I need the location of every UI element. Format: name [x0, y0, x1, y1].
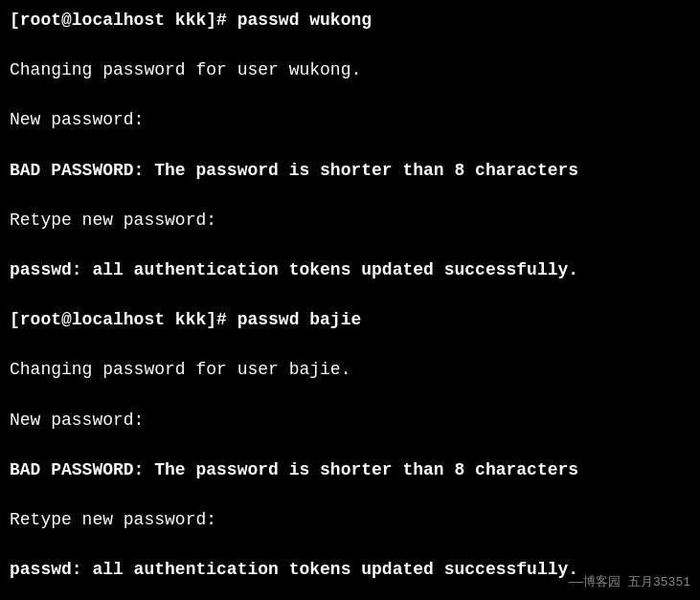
terminal-line: Changing password for user wukong.: [10, 57, 690, 82]
terminal-line: [root@localhost kkk]# passwd bajie: [10, 307, 690, 332]
watermark: ——博客园 五月35351: [569, 574, 690, 592]
terminal-line: BAD PASSWORD: The password is shorter th…: [10, 158, 690, 183]
terminal-line: Retype new password:: [10, 208, 690, 233]
terminal-line: BAD PASSWORD: The password is shorter th…: [10, 457, 690, 482]
terminal-line: New password:: [10, 107, 690, 132]
terminal-window: [root@localhost kkk]# passwd wukong Chan…: [0, 0, 700, 600]
terminal-line: Changing password for user bajie.: [10, 357, 690, 382]
terminal-line: Retype new password:: [10, 507, 690, 532]
terminal-line: [root@localhost kkk]# passwd wukong: [10, 8, 690, 33]
terminal-line: passwd: all authentication tokens update…: [10, 257, 690, 282]
terminal-line: New password:: [10, 408, 690, 433]
